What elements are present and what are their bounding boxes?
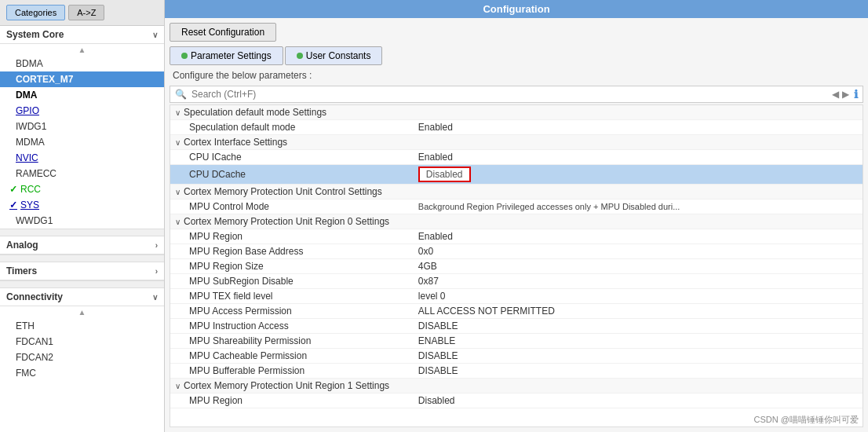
config-body: Reset Configuration Parameter Settings U… xyxy=(165,18,868,432)
param-name: MPU Access Permission xyxy=(170,304,412,319)
param-name: MPU Region Base Address xyxy=(170,244,412,259)
group-row-3[interactable]: ∨Cortex Memory Protection Unit Region 0 … xyxy=(170,214,863,229)
analog-label: Analog xyxy=(6,240,38,251)
main-panel: Configuration Reset Configuration Parame… xyxy=(165,0,868,432)
value-text: 0x87 xyxy=(418,276,439,287)
value-text: ALL ACCESS NOT PERMITTED xyxy=(418,306,555,317)
parameter-settings-tab[interactable]: Parameter Settings xyxy=(170,46,283,65)
reset-config-button[interactable]: Reset Configuration xyxy=(170,23,276,42)
search-bar: 🔍 ◀ ▶ ℹ xyxy=(170,86,863,103)
sidebar-item-sys[interactable]: ✓SYS xyxy=(0,197,164,213)
connectivity-arrow: ∨ xyxy=(152,293,158,302)
sidebar-item-iwdg1[interactable]: IWDG1 xyxy=(0,119,164,134)
sidebar-item-bdma[interactable]: BDMA xyxy=(0,56,164,71)
param-row-3-1[interactable]: MPU Region Base Address0x0 xyxy=(170,244,863,259)
system-core-section[interactable]: System Core ∨ xyxy=(0,26,164,44)
sidebar-items: System Core ∨ ▲ BDMA CORTEX_M7 DMA GPIO … xyxy=(0,26,164,432)
param-name: MPU TEX field level xyxy=(170,289,412,304)
sidebar-item-gpio[interactable]: GPIO xyxy=(0,103,164,119)
connectivity-section[interactable]: Connectivity ∨ xyxy=(0,288,164,306)
timers-section[interactable]: Timers › xyxy=(0,262,164,280)
sidebar-item-fmc[interactable]: FMC xyxy=(0,365,164,381)
user-constants-tab[interactable]: User Constants xyxy=(285,46,383,65)
user-tab-label: User Constants xyxy=(306,50,371,61)
param-name: MPU Control Mode xyxy=(170,200,412,214)
analog-section[interactable]: Analog › xyxy=(0,236,164,254)
params-table-inner: ∨Speculation default mode SettingsSpecul… xyxy=(170,105,863,408)
param-row-4-0[interactable]: MPU RegionDisabled xyxy=(170,394,863,408)
reset-bar: Reset Configuration xyxy=(170,23,863,42)
value-text: DISABLE xyxy=(418,365,458,376)
group-row-1[interactable]: ∨Cortex Interface Settings xyxy=(170,135,863,150)
chevron-icon: ∨ xyxy=(175,138,181,147)
atoz-tab[interactable]: A->Z xyxy=(68,5,104,20)
analog-arrow: › xyxy=(155,241,158,250)
param-row-3-4[interactable]: MPU TEX field levellevel 0 xyxy=(170,289,863,304)
param-name: MPU Region xyxy=(170,229,412,244)
param-tab-label: Parameter Settings xyxy=(191,50,272,61)
value-text: level 0 xyxy=(418,291,446,302)
sidebar-item-fdcan2[interactable]: FDCAN2 xyxy=(0,350,164,365)
timers-label: Timers xyxy=(6,265,37,276)
sidebar: Categories A->Z System Core ∨ ▲ BDMA COR… xyxy=(0,0,165,432)
value-text: Enabled xyxy=(418,122,453,133)
sidebar-item-eth[interactable]: ETH xyxy=(0,318,164,334)
watermark: CSDN @喵喵锤锤你叫可爱 xyxy=(754,414,859,426)
configure-text: Configure the below parameters : xyxy=(170,68,863,82)
sidebar-item-ramecc[interactable]: RAMECC xyxy=(0,166,164,181)
timers-arrow: › xyxy=(155,267,158,276)
system-core-label: System Core xyxy=(6,29,64,40)
value-text: DISABLE xyxy=(418,350,458,361)
sidebar-item-dma[interactable]: DMA xyxy=(0,87,164,103)
system-core-arrow: ∨ xyxy=(152,31,158,39)
param-name: CPU ICache xyxy=(170,150,412,165)
params-table: ∨Speculation default mode SettingsSpecul… xyxy=(170,104,863,427)
tabs-row: Parameter Settings User Constants xyxy=(170,46,863,65)
connectivity-label: Connectivity xyxy=(6,291,63,302)
group-row-4[interactable]: ∨Cortex Memory Protection Unit Region 1 … xyxy=(170,379,863,394)
param-name: CPU DCache xyxy=(170,165,412,185)
param-row-0-0[interactable]: Speculation default modeEnabled xyxy=(170,120,863,135)
search-input[interactable] xyxy=(191,89,827,100)
sidebar-item-cortex-m7[interactable]: CORTEX_M7 xyxy=(0,71,164,87)
param-row-3-0[interactable]: MPU RegionEnabled xyxy=(170,229,863,244)
group-label-text: Cortex Memory Protection Unit Region 0 S… xyxy=(184,216,389,227)
param-name: MPU Region Size xyxy=(170,259,412,274)
section-divider-2 xyxy=(0,254,164,262)
value-text: DISABLE xyxy=(418,320,458,331)
param-row-3-2[interactable]: MPU Region Size4GB xyxy=(170,259,863,274)
group-label-text: Speculation default mode Settings xyxy=(184,107,326,118)
value-text: Enabled xyxy=(418,152,453,163)
sidebar-item-fdcan1[interactable]: FDCAN1 xyxy=(0,334,164,350)
sidebar-item-nvic[interactable]: NVIC xyxy=(0,150,164,166)
user-tab-dot xyxy=(297,53,303,59)
param-name: MPU Bufferable Permission xyxy=(170,364,412,379)
nav-arrows: ◀ ▶ xyxy=(832,89,849,100)
group-label-text: Cortex Memory Protection Unit Region 1 S… xyxy=(184,380,389,391)
param-row-3-7[interactable]: MPU Shareability PermissionENABLE xyxy=(170,334,863,349)
sidebar-item-rcc[interactable]: ✓RCC xyxy=(0,181,164,197)
group-label-text: Cortex Memory Protection Unit Control Se… xyxy=(184,186,382,197)
param-row-1-0[interactable]: CPU ICacheEnabled xyxy=(170,150,863,165)
next-arrow[interactable]: ▶ xyxy=(842,89,849,100)
sidebar-item-mdma[interactable]: MDMA xyxy=(0,134,164,150)
group-row-2[interactable]: ∨Cortex Memory Protection Unit Control S… xyxy=(170,185,863,200)
group-row-0[interactable]: ∨Speculation default mode Settings xyxy=(170,105,863,120)
param-row-3-9[interactable]: MPU Bufferable PermissionDISABLE xyxy=(170,364,863,379)
param-row-2-0[interactable]: MPU Control ModeBackground Region Privil… xyxy=(170,200,863,214)
sidebar-item-wwdg1[interactable]: WWDG1 xyxy=(0,213,164,229)
param-row-1-1[interactable]: CPU DCacheDisabled xyxy=(170,165,863,185)
param-row-3-6[interactable]: MPU Instruction AccessDISABLE xyxy=(170,319,863,334)
categories-tab[interactable]: Categories xyxy=(6,5,65,20)
value-text: Background Region Privileged accesses on… xyxy=(418,202,680,211)
param-row-3-8[interactable]: MPU Cacheable PermissionDISABLE xyxy=(170,349,863,364)
search-icon: 🔍 xyxy=(175,89,187,100)
prev-arrow[interactable]: ◀ xyxy=(832,89,839,100)
chevron-icon: ∨ xyxy=(175,382,181,390)
value-text: ENABLE xyxy=(418,335,455,346)
value-text: Disabled xyxy=(418,395,455,406)
param-row-3-5[interactable]: MPU Access PermissionALL ACCESS NOT PERM… xyxy=(170,304,863,319)
param-name: MPU Region xyxy=(170,394,412,408)
param-row-3-3[interactable]: MPU SubRegion Disable0x87 xyxy=(170,274,863,289)
param-name: MPU Cacheable Permission xyxy=(170,349,412,364)
